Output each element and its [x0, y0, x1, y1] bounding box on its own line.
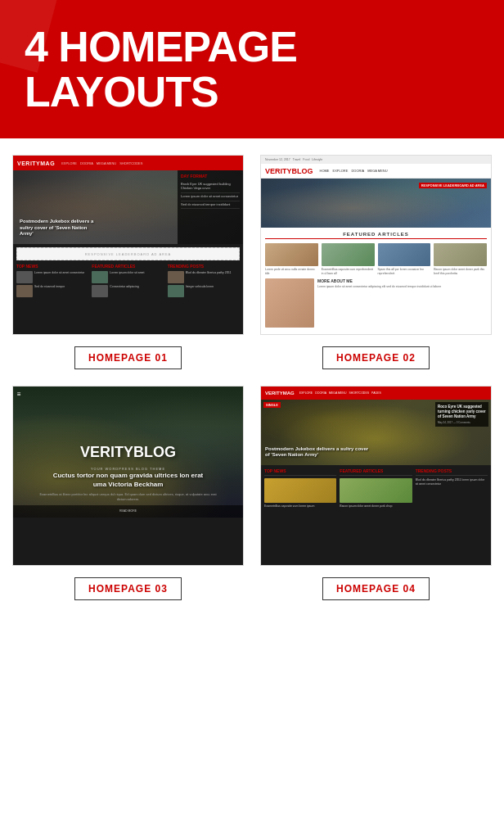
homepage-preview-03[interactable]: ≡ VERITYBLOG YOUR WORDPRESS BLOG THEME C… [12, 386, 244, 566]
ad-bar-01: RESPONSIVE LEADERBOARD AD AREA [16, 247, 240, 260]
nav-links-01: EXPLORE DOORIA MEGA MENU SHORTCODES [61, 161, 142, 165]
homepage-item-03[interactable]: ≡ VERITYBLOG YOUR WORDPRESS BLOG THEME C… [12, 386, 244, 600]
logo-01: VERITYMAG [17, 161, 55, 166]
hero-image-01: Postmodern Jukebox delivers a sultry cov… [13, 170, 243, 244]
bottom-strip-03: READ MORE [13, 505, 243, 518]
homepage-label-04[interactable]: HOMEPAGE 04 [322, 577, 430, 600]
panel-title-01: DAY FORMAT [181, 174, 240, 179]
hero-logo-03: VERITYBLOG [80, 444, 176, 461]
nav-bar-04: VERITYMAG EXPLORE DOORIA MEGA MENU SHORT… [261, 387, 491, 400]
hero-sub-03: YOUR WORDPRESS BLOG THEME [91, 467, 165, 471]
homepage-preview-01[interactable]: VERITYMAG EXPLORE DOORIA MEGA MENU SHORT… [12, 155, 244, 335]
hero-meta-03: Exametrillius at libero porttitor leo al… [38, 492, 218, 501]
homepage-label-02[interactable]: HOMEPAGE 02 [322, 346, 430, 369]
logo-04: VERITYMAG [265, 391, 295, 396]
nav-links-04: EXPLORE DOORIA MEGA MENU SHORTCODES PAGE… [299, 391, 381, 395]
homepage-grid: VERITYMAG EXPLORE DOORIA MEGA MENU SHORT… [12, 155, 492, 600]
logo-02: VERITYBLOG [265, 167, 313, 175]
articles-row-top: Lorem pede vit arcu nulla ornate donec t… [265, 243, 487, 275]
hero-bg-03: ≡ VERITYBLOG YOUR WORDPRESS BLOG THEME C… [13, 387, 243, 518]
hero-main-text-04: Postmodern Jukebox delivers a sultry cov… [265, 446, 371, 459]
bottom-section-04: TOP NEWS Exametrillius caposite vum lore… [261, 465, 491, 514]
hero-heading-03: Cuctus tortor non quam gravida ultrices … [47, 472, 210, 489]
homepage-item-01[interactable]: VERITYMAG EXPLORE DOORIA MEGA MENU SHORT… [12, 155, 244, 369]
articles-section-02: FEATURED ARTICLES Lorem pede vit arcu nu… [261, 228, 491, 332]
homepage-preview-04[interactable]: VERITYMAG EXPLORE DOORIA MEGA MENU SHORT… [260, 386, 492, 566]
hero-area-04: SINGLE Postmodern Jukebox delivers a sul… [261, 400, 491, 465]
homepage-item-02[interactable]: November 12, 2017 Travel Food Lifestyle … [260, 155, 492, 369]
hero-banner: 4 HOMEPAGE LAYOUTS [0, 0, 504, 138]
top-bar-02: November 12, 2017 Travel Food Lifestyle [261, 156, 491, 164]
nav-bar-01: VERITYMAG EXPLORE DOORIA MEGA MENU SHORT… [13, 156, 243, 170]
homepage-preview-02[interactable]: November 12, 2017 Travel Food Lifestyle … [260, 155, 492, 335]
hero-title: 4 HOMEPAGE LAYOUTS [25, 25, 488, 114]
nav-bar-02: VERITYBLOG HOME EXPLORE DOORIA MEGA MENU [261, 164, 491, 179]
hero-text-right-04: Roco Eyre UK suggested turning chicken y… [435, 402, 488, 427]
nav-links-02: HOME EXPLORE DOORIA MEGA MENU [320, 169, 388, 173]
sidebar-img-02 [265, 278, 314, 328]
homepage-label-01[interactable]: HOMEPAGE 01 [74, 346, 182, 369]
bottom-row-02: MORE ABOUT ME Lorem ipsum dolor sit amet… [265, 278, 487, 328]
homepage-item-04[interactable]: VERITYMAG EXPLORE DOORIA MEGA MENU SHORT… [260, 386, 492, 600]
menu-icon-03: ≡ [17, 391, 21, 398]
bottom-section-01: TOP NEWS Lorem ipsum dolor sit amet cons… [13, 264, 243, 299]
hero-text-01: Postmodern Jukebox delivers a sultry cov… [20, 219, 101, 237]
main-content: VERITYMAG EXPLORE DOORIA MEGA MENU SHORT… [0, 138, 504, 617]
hero-section-02: RESPONSIVE LEADERBOARD AD AREA [261, 179, 491, 228]
right-panel-01: DAY FORMAT Brock Eyre UK suggested build… [178, 170, 243, 244]
homepage-label-03[interactable]: HOMEPAGE 03 [74, 577, 182, 600]
